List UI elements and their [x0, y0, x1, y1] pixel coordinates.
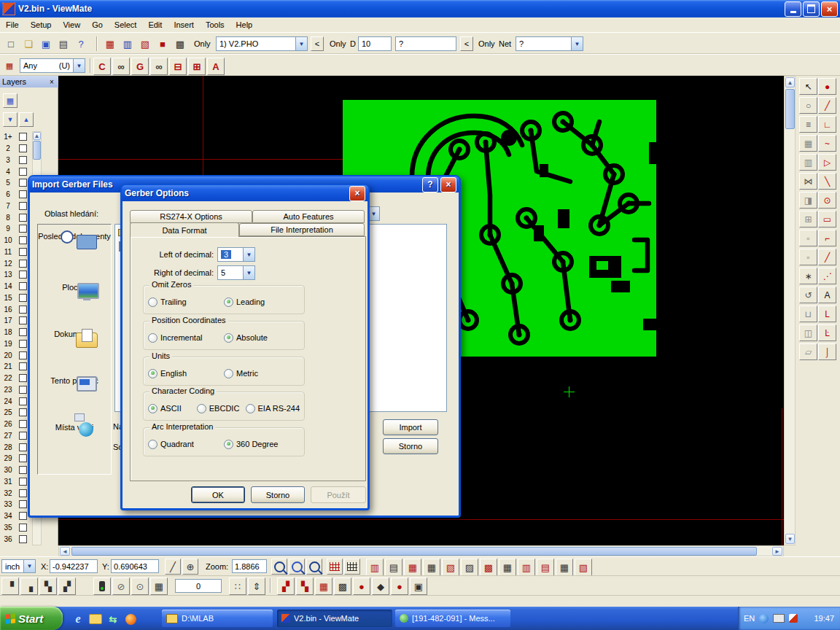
- layer-visibility-box[interactable]: [19, 466, 27, 474]
- radio-option[interactable]: 360 Degree: [224, 440, 300, 449]
- pattern-icon[interactable]: ▩: [480, 559, 497, 576]
- chevron-down-icon[interactable]: ▼: [73, 59, 85, 72]
- d-code-input[interactable]: 10: [358, 36, 392, 51]
- toolbar-icon-button[interactable]: □: [3, 36, 19, 52]
- pattern-icon-button[interactable]: ▥: [120, 36, 136, 52]
- place-desktop[interactable]: Plocha: [38, 281, 111, 292]
- mode-icon[interactable]: ⊙: [131, 578, 149, 595]
- sync-quicklaunch-icon[interactable]: ⇆: [106, 612, 120, 626]
- menu-item[interactable]: Tools: [200, 18, 230, 32]
- layer-visibility-box[interactable]: [19, 443, 27, 451]
- tool-icon[interactable]: ↖: [799, 78, 817, 95]
- select-tool-button[interactable]: C: [93, 58, 111, 75]
- pattern-icon[interactable]: ▞: [277, 578, 295, 595]
- gerber-dialog-titlebar[interactable]: Gerber Options ×: [122, 185, 368, 201]
- layers-scrollbar-thumb[interactable]: [33, 141, 41, 160]
- pattern-icon-button[interactable]: ▧: [137, 36, 153, 52]
- tool-icon[interactable]: ⌐: [818, 230, 836, 246]
- pattern-icon[interactable]: ▥: [366, 559, 384, 576]
- pattern-icon[interactable]: ●: [391, 578, 408, 595]
- layer-visibility-box[interactable]: [19, 408, 27, 416]
- radio-option[interactable]: ASCII: [148, 404, 197, 413]
- layer-visibility-box[interactable]: [19, 386, 27, 394]
- layer-combobox[interactable]: 1) V2.PHO ▼: [216, 36, 308, 51]
- layer-visibility-box[interactable]: [19, 271, 27, 279]
- tool-icon[interactable]: ╱: [818, 97, 836, 114]
- browser-quicklaunch-icon[interactable]: [124, 612, 137, 626]
- maximize-button[interactable]: [803, 1, 820, 17]
- canvas-vscrollbar[interactable]: ▲ ▼: [784, 76, 796, 545]
- taskbar-item-viewmate[interactable]: V2.bin - ViewMate: [277, 610, 392, 627]
- layer-visibility-box[interactable]: [19, 133, 27, 141]
- pattern-icon-button[interactable]: ■: [155, 36, 171, 52]
- tool-icon[interactable]: ○: [799, 97, 817, 114]
- tray-keyboard-icon[interactable]: [773, 614, 785, 623]
- origin-target-icon[interactable]: ⊕: [182, 559, 198, 575]
- pattern-icon[interactable]: ▥: [518, 559, 535, 576]
- chevron-down-icon[interactable]: ▼: [295, 37, 307, 50]
- radio-option[interactable]: EIA RS-244: [246, 404, 300, 413]
- clock[interactable]: 19:47: [814, 614, 834, 623]
- tool-icon[interactable]: ▱: [799, 343, 817, 360]
- select-tool-button[interactable]: ⊞: [188, 58, 206, 75]
- d-step-back-button[interactable]: <: [460, 36, 473, 51]
- tool-icon[interactable]: ≡: [799, 116, 817, 133]
- tray-network-icon[interactable]: [759, 614, 769, 623]
- stairs-icon[interactable]: ▗: [20, 578, 38, 595]
- pattern-icon[interactable]: ▣: [410, 578, 427, 595]
- tab-rs274x-options[interactable]: RS274-X Options: [130, 210, 252, 223]
- chevron-down-icon[interactable]: ▼: [23, 560, 35, 572]
- net-combobox[interactable]: ? ▼: [516, 36, 583, 51]
- x-coordinate-field[interactable]: -0.942237: [50, 559, 98, 573]
- layer-visibility-box[interactable]: [19, 500, 27, 508]
- measure-line-icon[interactable]: ╱: [165, 559, 181, 575]
- layer-visibility-box[interactable]: [19, 316, 27, 324]
- menu-item[interactable]: Setup: [25, 18, 58, 32]
- pattern-icon[interactable]: ▩: [334, 578, 351, 595]
- mode-icon[interactable]: [93, 578, 111, 595]
- chevron-down-icon[interactable]: ▼: [243, 266, 254, 279]
- close-button[interactable]: ×: [821, 1, 838, 17]
- layer-visibility-box[interactable]: [19, 489, 27, 497]
- tool-icon[interactable]: ◫: [799, 324, 817, 341]
- close-icon[interactable]: ×: [349, 186, 365, 201]
- tab-file-interpretation[interactable]: File Interpretation: [239, 223, 365, 236]
- radio-option[interactable]: Trailing: [148, 298, 224, 307]
- radio-option[interactable]: English: [148, 369, 224, 378]
- left-of-decimal-combobox[interactable]: 3 ▼: [217, 247, 255, 262]
- layer-row[interactable]: 36: [0, 533, 32, 545]
- layer-visibility-box[interactable]: [19, 190, 27, 198]
- pattern-icon[interactable]: ▤: [385, 559, 402, 576]
- pattern-icon[interactable]: ▦: [404, 559, 421, 576]
- layer-visibility-box[interactable]: [19, 156, 27, 164]
- layer-row[interactable]: 3: [0, 155, 32, 166]
- pattern-icon[interactable]: ▚: [296, 578, 314, 595]
- import-button[interactable]: Import: [383, 419, 438, 435]
- menu-item[interactable]: Select: [109, 18, 143, 32]
- layer-visibility-box[interactable]: [19, 374, 27, 382]
- select-tool-button[interactable]: G: [131, 58, 149, 75]
- snap-icon[interactable]: ∷: [229, 578, 246, 595]
- tool-icon[interactable]: ⊔: [799, 306, 817, 322]
- taskbar-item-explorer[interactable]: D:\MLAB: [162, 610, 273, 627]
- stairs-icon[interactable]: ▞: [58, 578, 76, 595]
- toolbar-icon-button[interactable]: ▤: [55, 36, 71, 52]
- zoom-window-icon[interactable]: [289, 559, 305, 575]
- tool-icon[interactable]: ⊞: [799, 211, 817, 228]
- place-recent[interactable]: Poslední dokumenty: [38, 230, 111, 241]
- pattern-icon[interactable]: ◆: [372, 578, 389, 595]
- layer-row[interactable]: 1+: [0, 131, 32, 143]
- taskbar-item-messenger[interactable]: [191-482-091] - Mess...: [395, 610, 510, 627]
- selection-mode-icon[interactable]: ▦: [3, 59, 16, 72]
- layer-visibility-box[interactable]: [19, 144, 27, 152]
- radio-option[interactable]: Metric: [224, 369, 300, 378]
- select-tool-button[interactable]: ∞: [112, 58, 130, 75]
- select-tool-button[interactable]: A: [207, 58, 225, 75]
- radio-option[interactable]: Quadrant: [148, 440, 224, 449]
- radio-option[interactable]: Incremental: [148, 333, 224, 343]
- layer-visibility-box[interactable]: [19, 420, 27, 428]
- tool-icon[interactable]: ▫: [799, 249, 817, 265]
- tray-alert-icon[interactable]: [789, 614, 798, 623]
- layer-visibility-box[interactable]: [19, 214, 27, 222]
- scroll-down-icon[interactable]: ▼: [785, 534, 795, 544]
